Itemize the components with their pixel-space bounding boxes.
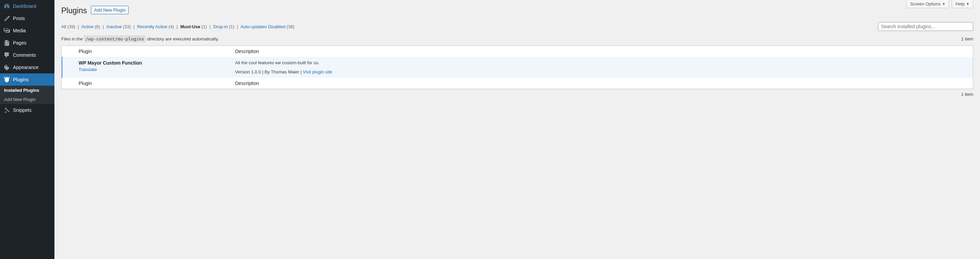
sidebar-label: Snippets <box>13 107 31 113</box>
separator: | <box>103 24 104 29</box>
appearance-icon <box>3 64 10 71</box>
sidebar-item-comments[interactable]: Comments <box>0 49 54 61</box>
separator: | <box>177 24 178 29</box>
item-count-bottom: 1 item <box>61 92 973 97</box>
mu-plugins-note: Files in the /wp-content/mu-plugins dire… <box>61 36 219 41</box>
col-checkbox-foot <box>62 78 75 89</box>
filter-active[interactable]: Active <box>81 24 93 29</box>
sidebar-label: Plugins <box>13 77 29 82</box>
filter-drop-in[interactable]: Drop-in <box>213 24 228 29</box>
filter-recently-active-count: (4) <box>169 24 174 29</box>
search-box <box>878 22 973 31</box>
plugin-filters: All (39) | Active (6) | Inactive (33) | … <box>61 24 294 29</box>
sidebar-item-posts[interactable]: Posts <box>0 12 54 24</box>
filter-inactive-count: (33) <box>123 24 130 29</box>
filter-must-use[interactable]: Must-Use <box>180 24 200 29</box>
col-plugin-footer: Plugin <box>75 78 232 89</box>
sidebar-label: Comments <box>13 52 36 58</box>
heading-row: Plugins Add New Plugin <box>61 0 973 17</box>
filter-drop-in-count: (1) <box>229 24 234 29</box>
sidebar-label: Posts <box>13 16 25 21</box>
col-plugin-header: Plugin <box>75 46 232 57</box>
plugin-row: WP Mayor Custom Function Translate All t… <box>62 57 973 78</box>
submenu-add-new-plugin[interactable]: Add New Plugin <box>0 95 54 104</box>
sidebar-label: Pages <box>13 40 27 46</box>
pages-icon <box>3 39 10 46</box>
filter-active-count: (6) <box>95 24 100 29</box>
top-buttons: Screen Options▼ Help▼ <box>907 0 973 8</box>
caret-down-icon: ▼ <box>966 2 969 6</box>
snippets-icon <box>3 107 10 114</box>
col-description-footer: Description <box>232 78 973 89</box>
filter-auto-updates-disabled[interactable]: Auto-updates Disabled <box>240 24 285 29</box>
separator: | <box>237 24 238 29</box>
sidebar-item-snippets[interactable]: Snippets <box>0 104 54 116</box>
filter-inactive[interactable]: Inactive <box>107 24 122 29</box>
separator: | <box>78 24 79 29</box>
plugin-name: WP Mayor Custom Function <box>79 60 228 67</box>
translate-link[interactable]: Translate <box>79 67 97 72</box>
help-button[interactable]: Help▼ <box>952 0 973 8</box>
sidebar-label: Media <box>13 28 26 33</box>
dashboard-icon <box>3 3 10 9</box>
plugins-submenu: Installed Plugins Add New Plugin <box>0 86 54 104</box>
sidebar-item-appearance[interactable]: Appearance <box>0 61 54 73</box>
filter-recently-active[interactable]: Recently Active <box>137 24 167 29</box>
add-new-plugin-button[interactable]: Add New Plugin <box>91 6 129 14</box>
sidebar-label: Appearance <box>13 65 39 70</box>
col-description-header: Description <box>232 46 973 57</box>
separator: | <box>210 24 211 29</box>
plugin-version: Version 1.0.0 <box>235 69 261 74</box>
filter-all-count: (39) <box>67 24 75 29</box>
sidebar-label: Dashboard <box>13 3 37 9</box>
comments-icon <box>3 52 10 58</box>
filter-row: All (39) | Active (6) | Inactive (33) | … <box>61 22 973 31</box>
screen-options-label: Screen Options <box>910 2 941 6</box>
note-row: Files in the /wp-content/mu-plugins dire… <box>61 36 973 41</box>
help-label: Help <box>956 2 965 6</box>
filter-auto-updates-count: (39) <box>286 24 294 29</box>
plugin-author: By Thomas Maier <box>265 69 299 74</box>
filter-must-use-count: (1) <box>202 24 207 29</box>
mu-plugins-path: /wp-content/mu-plugins <box>84 35 146 42</box>
sidebar-item-pages[interactable]: Pages <box>0 37 54 49</box>
col-checkbox <box>62 46 75 57</box>
separator: | <box>134 24 134 29</box>
plugin-meta: Version 1.0.0 | By Thomas Maier | Visit … <box>235 69 969 74</box>
plugins-table: Plugin Description WP Mayor Custom Funct… <box>61 46 973 89</box>
caret-down-icon: ▼ <box>942 2 945 6</box>
main-content: Screen Options▼ Help▼ Plugins Add New Pl… <box>54 0 980 259</box>
media-icon <box>3 27 10 34</box>
plugin-description: All the cool features we custom-built fo… <box>235 60 969 65</box>
sidebar-item-dashboard[interactable]: Dashboard <box>0 0 54 12</box>
admin-sidebar: Dashboard Posts Media Pages Comments App… <box>0 0 54 259</box>
sidebar-item-plugins[interactable]: Plugins <box>0 73 54 86</box>
search-input[interactable] <box>878 22 973 31</box>
plugins-icon <box>3 76 10 83</box>
page-title: Plugins <box>61 3 87 17</box>
posts-icon <box>3 15 10 22</box>
checkbox-cell <box>62 57 75 78</box>
submenu-installed-plugins[interactable]: Installed Plugins <box>0 86 54 95</box>
sidebar-item-media[interactable]: Media <box>0 24 54 37</box>
visit-plugin-site-link[interactable]: Visit plugin site <box>303 69 332 74</box>
item-count-top: 1 item <box>961 36 973 41</box>
filter-all[interactable]: All <box>61 24 66 29</box>
screen-options-button[interactable]: Screen Options▼ <box>907 0 950 8</box>
